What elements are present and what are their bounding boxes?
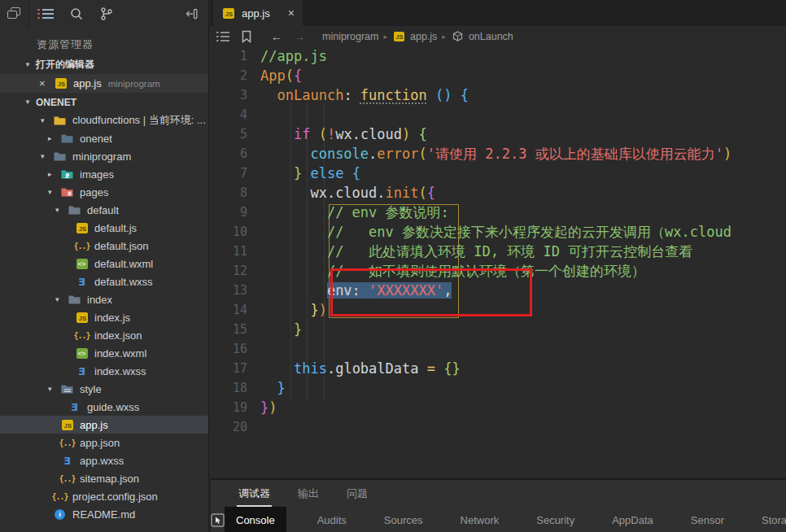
close-tab-icon[interactable]: × (288, 7, 295, 20)
open-editor-app-js[interactable]: × JS app.js miniprogram (0, 74, 208, 93)
breadcrumb-item-app.js[interactable]: JSapp.js (392, 30, 437, 42)
nav-forward-icon[interactable]: → (288, 30, 311, 43)
tree-item-app.json[interactable]: {..}app.json (0, 434, 208, 451)
line-number: 15 (210, 322, 260, 337)
bookmark-icon[interactable] (241, 30, 265, 43)
tree-item-default[interactable]: ▾default (0, 201, 208, 219)
tree-item-style[interactable]: ▾style (0, 380, 208, 398)
code-line-20[interactable]: 20 (210, 417, 786, 437)
chevron-down-icon: ▼ (24, 61, 36, 68)
code-line-10[interactable]: 10 // env 参数决定接下来小程序发起的云开发调用（wx.cloud (210, 222, 786, 242)
code-line-content: env: 'XXXXXXX', (260, 281, 452, 300)
code-line-6[interactable]: 6 console.error('请使用 2.2.3 或以上的基础库以使用云能力… (210, 144, 786, 164)
code-editor[interactable]: 1//app.js2App({3 onLaunch: function () {… (210, 46, 786, 479)
tree-item-index.json[interactable]: {..}index.json (0, 326, 208, 344)
lightbulb-icon[interactable] (278, 284, 288, 297)
tree-item-default.wxss[interactable]: Ǝdefault.wxss (0, 273, 208, 290)
symbol-method-icon (451, 30, 465, 42)
tree-item-sitemap.json[interactable]: {..}sitemap.json (0, 469, 208, 487)
explorer-list-icon[interactable] (37, 7, 54, 23)
breadcrumb-item-miniprogram[interactable]: miniprogram (322, 31, 378, 42)
tree-item-index[interactable]: ▾index (0, 290, 208, 308)
tree-item-images[interactable]: ▸images (0, 165, 208, 183)
chevron-down-icon[interactable]: ▾ (41, 152, 53, 160)
tree-item-index.wxss[interactable]: Ǝindex.wxss (0, 362, 208, 380)
chevron-right-icon[interactable]: ▸ (48, 170, 60, 178)
tree-item-index.js[interactable]: JSindex.js (0, 308, 208, 326)
chevron-down-icon[interactable]: ▾ (48, 385, 60, 393)
tree-item-default.js[interactable]: JSdefault.js (0, 219, 208, 237)
line-number: 14 (210, 303, 260, 317)
search-icon[interactable] (69, 7, 85, 23)
tree-item-app.wxss[interactable]: Ǝapp.wxss (0, 451, 208, 469)
code-line-4[interactable]: 4 (210, 105, 786, 124)
js-file-icon: JS (392, 30, 406, 42)
inspect-element-icon[interactable] (211, 507, 225, 532)
code-line-14[interactable]: 14 }) (210, 300, 786, 320)
code-line-9[interactable]: 9 // env 参数说明: (210, 203, 786, 222)
close-icon[interactable]: × (39, 77, 54, 89)
devtools-tab-Security[interactable]: Security (525, 507, 586, 532)
wxml-file-icon: <> (75, 258, 89, 270)
wxss-file-icon: Ǝ (75, 365, 89, 377)
open-editors-section[interactable]: ▼ 打开的编辑器 (0, 55, 208, 74)
wxss-file-icon: Ǝ (75, 276, 89, 288)
code-line-19[interactable]: 19}) (210, 398, 786, 417)
code-line-content: App({ (260, 66, 302, 85)
code-line-15[interactable]: 15 } (210, 320, 786, 339)
devtools-tab-Sources[interactable]: Sources (373, 507, 434, 532)
code-line-5[interactable]: 5 if (!wx.cloud) { (210, 124, 786, 144)
tree-item-app.js[interactable]: JSapp.js (0, 416, 208, 434)
code-line-1[interactable]: 1//app.js (210, 46, 786, 66)
folder-icon (68, 294, 81, 306)
tab-app-js[interactable]: JS app.js × (213, 0, 303, 26)
wechat-devtools-window: 资源管理器 ▼ 打开的编辑器 × JS app.js miniprogram ▼… (0, 0, 786, 532)
code-line-12[interactable]: 12 // 如不填则使用默认环境（第一个创建的环境） (210, 261, 786, 281)
tree-item-label: index (87, 294, 112, 306)
tree-item-guide.wxss[interactable]: Ǝguide.wxss (0, 398, 208, 416)
code-line-8[interactable]: 8 wx.cloud.init({ (210, 183, 786, 203)
panel-tab-调试器[interactable]: 调试器 (237, 483, 272, 504)
folder-icon (68, 204, 81, 216)
code-line-16[interactable]: 16 (210, 339, 786, 359)
tree-item-pages[interactable]: ▾pages (0, 183, 208, 201)
code-line-13[interactable]: 13 env: 'XXXXXXX', (210, 281, 786, 300)
chevron-down-icon[interactable]: ▾ (41, 116, 53, 124)
panel-tab-问题[interactable]: 问题 (345, 483, 369, 504)
devtools-tab-Audits[interactable]: Audits (306, 507, 358, 532)
chevron-down-icon[interactable]: ▾ (55, 295, 68, 303)
code-line-2[interactable]: 2App({ (210, 66, 786, 85)
devtools-tab-Storage[interactable]: Storage (750, 507, 786, 532)
devtools-tab-Console[interactable]: Console (225, 507, 286, 532)
nav-back-icon[interactable]: ← (265, 30, 288, 43)
code-line-3[interactable]: 3 onLaunch: function () { (210, 85, 786, 105)
tree-item-onenet[interactable]: ▸onenet (0, 129, 208, 147)
project-section[interactable]: ▼ ONENET (0, 93, 208, 111)
wxss-file-icon: Ǝ (60, 455, 74, 467)
tree-item-project.config.json[interactable]: {..}project.config.json (0, 487, 208, 505)
git-branch-icon[interactable] (99, 7, 116, 23)
code-line-17[interactable]: 17 this.globalData = {} (210, 359, 786, 378)
chevron-down-icon[interactable]: ▾ (55, 206, 68, 214)
devtools-tab-Network[interactable]: Network (449, 507, 511, 532)
code-line-7[interactable]: 7 } else { (210, 164, 786, 183)
collapse-sidebar-icon[interactable] (186, 7, 202, 23)
breadcrumb-item-onLaunch[interactable]: onLaunch (451, 30, 513, 42)
devtools-tab-Sensor[interactable]: Sensor (679, 507, 736, 532)
outline-list-icon[interactable] (216, 31, 241, 42)
tree-item-README.md[interactable]: iREADME.md (0, 505, 208, 523)
devtools-tab-AppData[interactable]: AppData (600, 507, 665, 532)
chevron-down-icon[interactable]: ▾ (48, 188, 60, 196)
breadcrumb-label: miniprogram (322, 31, 378, 42)
tree-item-default.wxml[interactable]: <>default.wxml (0, 255, 208, 273)
code-line-11[interactable]: 11 // 此处请填入环境 ID, 环境 ID 可打开云控制台查看 (210, 242, 786, 261)
panel-tab-输出[interactable]: 输出 (296, 483, 321, 504)
restore-window-icon[interactable] (7, 7, 22, 20)
tree-item-cloudfunctions[interactable]: ▾cloudfunctions | 当前环境: ... (0, 111, 208, 129)
tree-item-index.wxml[interactable]: <>index.wxml (0, 344, 208, 362)
breadcrumb-separator-icon: ▸ (442, 33, 446, 41)
code-line-18[interactable]: 18 } (210, 378, 786, 398)
tree-item-default.json[interactable]: {..}default.json (0, 237, 208, 255)
chevron-right-icon[interactable]: ▸ (48, 134, 60, 142)
tree-item-miniprogram[interactable]: ▾miniprogram (0, 147, 208, 165)
